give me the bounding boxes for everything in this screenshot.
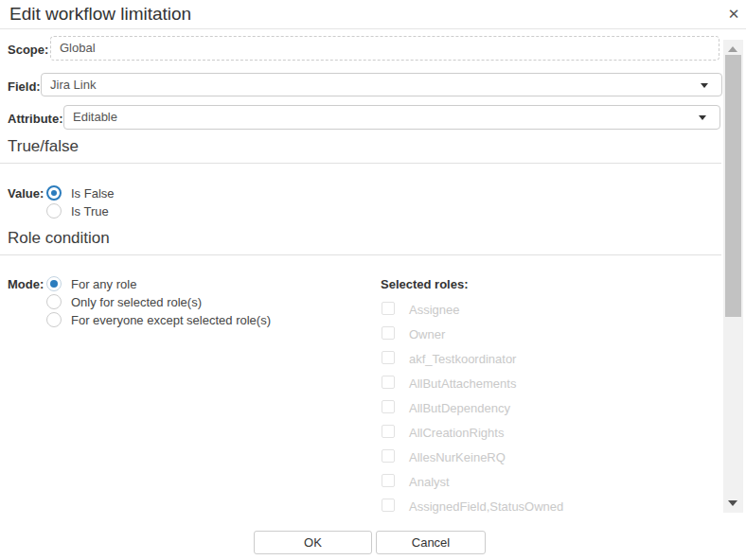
- checkbox-role-label: AllButDependency: [409, 401, 510, 415]
- checkbox-role-label: AllCreationRights: [409, 426, 504, 440]
- checkbox-role-label: AssignedField,StatusOwned: [409, 499, 563, 514]
- radio-is-false[interactable]: [46, 185, 62, 201]
- ok-button[interactable]: OK: [254, 531, 372, 554]
- scope-label: Scope:: [8, 43, 48, 57]
- field-label: Field:: [8, 79, 41, 94]
- checkbox-role-label: Assignee: [409, 303, 459, 317]
- scope-value: Global: [51, 37, 719, 60]
- radio-for-any-role-label: For any role: [71, 277, 136, 291]
- section-divider: [0, 163, 721, 164]
- radio-only-selected-roles[interactable]: [46, 294, 62, 309]
- scope-field: Global: [50, 36, 719, 61]
- value-label: Value:: [8, 186, 44, 201]
- attribute-dropdown-value: Editable: [64, 106, 719, 128]
- section-divider: [0, 254, 721, 255]
- dialog-title: Edit workflow limitation: [9, 4, 191, 25]
- checkbox-role: [382, 400, 395, 413]
- checkbox-role: [382, 474, 395, 487]
- checkbox-role-label: AllesNurKeineRQ: [409, 450, 506, 464]
- checkbox-role: [382, 351, 395, 364]
- checkbox-role: [382, 302, 395, 315]
- checkbox-role: [382, 376, 395, 389]
- scrollbar-thumb[interactable]: [725, 55, 741, 317]
- checkbox-role-label: akf_Testkoordinator: [409, 352, 516, 366]
- checkbox-role: [382, 499, 395, 512]
- radio-everyone-except-roles[interactable]: [46, 312, 62, 327]
- chevron-down-icon: [701, 83, 708, 88]
- scroll-up-icon[interactable]: [728, 46, 737, 52]
- checkbox-role-label: Analyst: [409, 475, 450, 489]
- true-false-heading: True/false: [8, 137, 79, 156]
- checkbox-role: [382, 326, 395, 340]
- field-dropdown-value: Jira Link: [42, 74, 721, 96]
- radio-only-selected-roles-label: Only for selected role(s): [71, 295, 202, 309]
- edit-workflow-limitation-dialog: { "dialog": { "title": "Edit workflow li…: [0, 0, 746, 560]
- radio-everyone-except-roles-label: For everyone except selected role(s): [71, 313, 271, 327]
- chevron-down-icon: [699, 115, 706, 120]
- close-icon[interactable]: ✕: [725, 6, 742, 23]
- checkbox-role: [382, 425, 395, 438]
- radio-is-false-label: Is False: [71, 186, 115, 201]
- selected-roles-label: Selected roles:: [381, 277, 469, 291]
- cancel-button[interactable]: Cancel: [376, 531, 486, 554]
- mode-label: Mode:: [8, 277, 44, 291]
- radio-for-any-role[interactable]: [46, 276, 62, 291]
- title-divider: [0, 28, 746, 29]
- attribute-dropdown[interactable]: Editable: [63, 105, 720, 130]
- checkbox-role-label: Owner: [409, 327, 445, 341]
- radio-is-true[interactable]: [46, 203, 62, 219]
- checkbox-role: [382, 449, 395, 463]
- field-dropdown[interactable]: Jira Link: [41, 73, 722, 96]
- scrollbar[interactable]: [723, 40, 743, 513]
- attribute-label: Attribute:: [8, 112, 63, 126]
- checkbox-role-label: AllButAttachements: [409, 376, 516, 391]
- radio-is-true-label: Is True: [71, 204, 109, 219]
- scroll-down-icon[interactable]: [728, 500, 737, 506]
- role-condition-heading: Role condition: [8, 229, 110, 248]
